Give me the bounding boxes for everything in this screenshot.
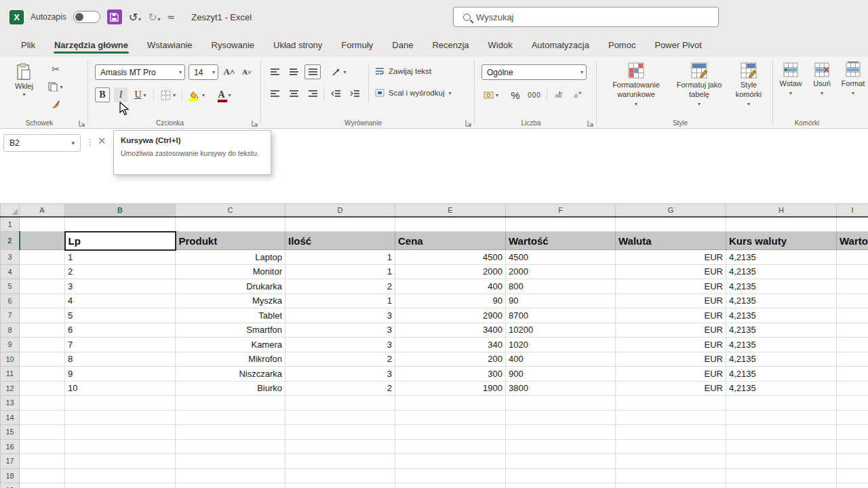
cell-styles-button[interactable]: Style komórki ▾ <box>728 62 769 108</box>
cell-A12[interactable] <box>20 381 65 396</box>
cell-C1[interactable] <box>176 217 285 232</box>
cell-D16[interactable] <box>285 439 395 454</box>
column-header-B[interactable]: B <box>65 204 176 217</box>
row-header-7[interactable]: 7 <box>1 308 20 323</box>
cell-D9[interactable]: 3 <box>285 338 395 352</box>
cell-I11[interactable] <box>837 367 868 382</box>
cell-G2[interactable]: Waluta <box>616 232 726 250</box>
undo-icon[interactable]: ↺▾ <box>129 11 141 24</box>
cell-B3[interactable]: 1 <box>65 250 176 265</box>
cell-D19[interactable] <box>285 483 395 488</box>
column-header-I[interactable]: I <box>837 204 868 217</box>
cell-G12[interactable]: EUR <box>616 381 726 396</box>
cell-A4[interactable] <box>20 264 65 279</box>
cell-A13[interactable] <box>20 396 65 411</box>
cell-H8[interactable]: 4,2135 <box>726 323 837 338</box>
cell-B5[interactable]: 3 <box>65 279 176 294</box>
cell-C8[interactable]: Smartfon <box>176 323 285 338</box>
number-dialog-launcher-icon[interactable] <box>587 120 594 127</box>
comma-style-icon[interactable]: 000 <box>526 87 542 102</box>
cell-E17[interactable] <box>395 454 506 469</box>
cell-G14[interactable] <box>616 410 726 425</box>
accounting-format-icon[interactable]: ▾ <box>480 87 502 102</box>
cell-E8[interactable]: 3400 <box>395 323 506 338</box>
cell-D4[interactable]: 1 <box>285 264 395 279</box>
cell-C6[interactable]: Myszka <box>176 293 285 308</box>
format-cells-button[interactable]: Format ▾ <box>838 62 868 97</box>
font-size-select[interactable]: 14▾ <box>189 64 218 80</box>
cell-H6[interactable]: 4,2135 <box>726 293 837 308</box>
cell-D1[interactable] <box>285 217 395 232</box>
cell-A11[interactable] <box>20 367 65 382</box>
cell-I17[interactable] <box>837 454 868 469</box>
cell-G7[interactable]: EUR <box>616 308 726 323</box>
column-header-F[interactable]: F <box>506 204 616 217</box>
cell-H2[interactable]: Kurs waluty <box>726 232 837 250</box>
cut-icon[interactable]: ✂ <box>47 62 64 77</box>
increase-decimal-icon[interactable]: .00 <box>551 87 567 102</box>
orientation-icon[interactable]: ▾ <box>328 64 351 79</box>
clipboard-dialog-launcher-icon[interactable] <box>79 120 85 127</box>
cell-F4[interactable]: 2000 <box>506 264 616 279</box>
cell-H7[interactable]: 4,2135 <box>726 308 837 323</box>
row-header-11[interactable]: 11 <box>1 367 20 382</box>
tab-plik[interactable]: Plik <box>14 36 43 54</box>
cell-B13[interactable] <box>65 396 176 411</box>
cell-B12[interactable]: 10 <box>65 381 176 396</box>
align-bottom-icon[interactable] <box>304 64 321 79</box>
search-input[interactable]: Wyszukaj <box>453 7 719 27</box>
cell-F8[interactable]: 10200 <box>506 323 616 338</box>
fill-color-icon[interactable]: ▾ <box>186 87 209 102</box>
cell-G17[interactable] <box>616 454 726 469</box>
row-header-2[interactable]: 2 <box>1 232 20 250</box>
cell-D14[interactable] <box>285 410 395 425</box>
cell-G1[interactable] <box>616 217 726 232</box>
cell-I1[interactable] <box>837 217 868 232</box>
cell-C9[interactable]: Kamera <box>176 338 285 352</box>
cell-D3[interactable]: 1 <box>285 250 395 265</box>
column-header-A[interactable]: A <box>20 204 65 217</box>
cell-A6[interactable] <box>20 293 65 308</box>
align-right-icon[interactable] <box>304 86 321 101</box>
cell-H18[interactable] <box>726 468 837 483</box>
cell-B9[interactable]: 7 <box>65 338 176 352</box>
row-header-1[interactable]: 1 <box>1 217 20 232</box>
cell-B14[interactable] <box>65 410 176 425</box>
cell-B6[interactable]: 4 <box>65 293 176 308</box>
row-header-13[interactable]: 13 <box>1 396 20 411</box>
cell-H1[interactable] <box>726 217 837 232</box>
cell-I7[interactable] <box>837 308 868 323</box>
customize-qat-icon[interactable]: ≂ <box>167 12 176 22</box>
cell-E5[interactable]: 400 <box>395 279 506 294</box>
cell-I10[interactable] <box>837 352 868 367</box>
cell-B16[interactable] <box>65 439 176 454</box>
cell-B4[interactable]: 2 <box>65 264 176 279</box>
cell-I19[interactable] <box>837 483 868 488</box>
autosave-toggle[interactable] <box>73 11 100 23</box>
borders-icon[interactable]: ▾ <box>157 87 179 102</box>
cell-G15[interactable] <box>616 425 726 440</box>
cell-C2[interactable]: Produkt <box>176 232 285 250</box>
bold-button[interactable]: B <box>95 87 110 102</box>
column-header-E[interactable]: E <box>395 204 506 217</box>
row-header-10[interactable]: 10 <box>1 352 20 367</box>
align-middle-icon[interactable] <box>285 64 302 79</box>
cell-E13[interactable] <box>395 396 506 411</box>
column-header-D[interactable]: D <box>285 204 395 217</box>
cell-D2[interactable]: Ilość <box>285 232 395 250</box>
tab-widok[interactable]: Widok <box>481 36 520 54</box>
cell-I2[interactable]: Wartość <box>837 232 868 250</box>
tab-uk-ad-strony[interactable]: Układ strony <box>266 36 330 54</box>
cell-B8[interactable]: 6 <box>65 323 176 338</box>
cell-G18[interactable] <box>616 468 726 483</box>
cell-I9[interactable] <box>837 338 868 352</box>
row-header-3[interactable]: 3 <box>1 250 20 265</box>
cell-F13[interactable] <box>506 396 616 411</box>
cell-D10[interactable]: 2 <box>285 352 395 367</box>
cell-D17[interactable] <box>285 454 395 469</box>
cell-A7[interactable] <box>20 308 65 323</box>
row-header-15[interactable]: 15 <box>1 425 20 440</box>
cell-B2[interactable]: Lp <box>65 232 176 250</box>
cancel-entry-icon[interactable]: ✕ <box>98 135 106 147</box>
align-left-icon[interactable] <box>267 86 283 101</box>
